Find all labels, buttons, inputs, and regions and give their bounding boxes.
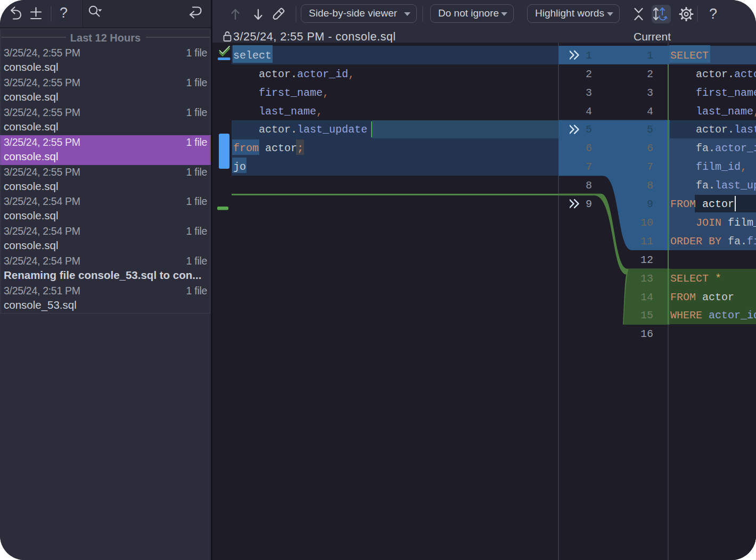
svg-text:?: ?: [709, 6, 717, 22]
svg-text:?: ?: [60, 5, 68, 21]
